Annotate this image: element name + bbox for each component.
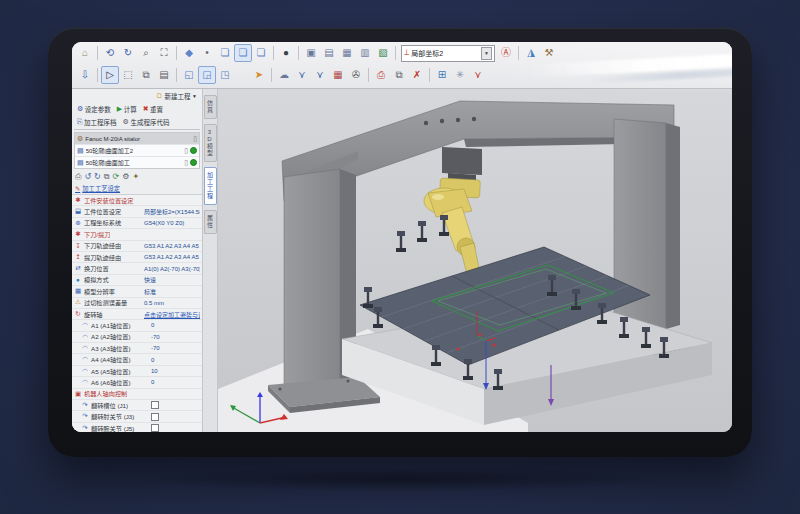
property-value[interactable]: G53 A1 A2 A3 A4 A5 A bbox=[144, 243, 200, 249]
set-params-button[interactable]: ⚙ 设定参数 bbox=[75, 104, 113, 114]
undo-icon[interactable]: ↺ bbox=[84, 172, 91, 181]
property-row-5[interactable]: ↧下刀轨迹经由G53 A1 A2 A3 A4 A5 A bbox=[72, 241, 202, 252]
property-row-12[interactable]: ◠A1 (A1轴位置)0 bbox=[72, 320, 202, 331]
calculate-button[interactable]: ▶ 计算 bbox=[115, 104, 139, 114]
point-icon[interactable]: • bbox=[198, 44, 216, 62]
job-item-1[interactable]: ▤50轮廓|曲面加工2▯ bbox=[75, 144, 199, 156]
property-value[interactable]: 快速 bbox=[144, 275, 200, 284]
help-icon[interactable]: ✦ bbox=[132, 172, 139, 181]
surface-patch-icon[interactable]: ❏ bbox=[216, 44, 234, 62]
property-value[interactable]: 10 bbox=[151, 368, 200, 374]
orbit-view-icon[interactable]: ⟲ bbox=[101, 44, 119, 62]
property-row-6[interactable]: ↥提刀轨迹经由G53 A1 A2 A3 A4 A5 A bbox=[72, 252, 202, 263]
property-value[interactable]: G53 A1 A2 A3 A4 A5 A bbox=[144, 254, 200, 260]
export-copy-icon[interactable]: ⧉ bbox=[390, 66, 408, 84]
property-value[interactable]: 0.5 mm bbox=[144, 300, 200, 306]
red-filter-icon[interactable]: ⋎ bbox=[469, 66, 487, 84]
generate-code-button[interactable]: ⚙ 生成程序代码 bbox=[121, 117, 172, 127]
property-row-10[interactable]: ⚠过切检测误差量0.5 mm bbox=[72, 298, 202, 309]
property-row-19[interactable]: ↷翻转槽位 (J1) bbox=[72, 400, 202, 411]
property-checkbox[interactable] bbox=[151, 413, 159, 421]
export-cancel-icon[interactable]: ✗ bbox=[408, 66, 426, 84]
property-row-20[interactable]: ↷翻转肘关节 (J3) bbox=[72, 411, 202, 422]
property-row-14[interactable]: ◠A3 (A3轴位置)-70 bbox=[72, 343, 202, 354]
surface-patch-active-icon[interactable]: ❏ bbox=[234, 44, 252, 62]
new-project-button[interactable]: 🗋 新建工程 ▼ bbox=[154, 91, 199, 101]
export-report-icon[interactable]: ⎙ bbox=[372, 66, 390, 84]
zoom-icon[interactable]: ⌕ bbox=[137, 44, 155, 62]
fixture-icon[interactable]: ▦ bbox=[338, 44, 356, 62]
table-setup-icon[interactable]: ▤ bbox=[320, 44, 338, 62]
settings-icon[interactable]: ⚙ bbox=[122, 172, 129, 181]
process-doc2-icon[interactable]: ◳ bbox=[216, 66, 234, 84]
property-value[interactable]: 标准 bbox=[144, 287, 200, 296]
copy-icon[interactable]: ⧉ bbox=[137, 66, 155, 84]
report-icon[interactable]: Ⓐ bbox=[497, 44, 515, 62]
copy-op-icon[interactable]: ⧉ bbox=[104, 172, 110, 182]
property-row-2[interactable]: ⬓工件位置设定局部坐标2=(X1544.582 bbox=[72, 206, 202, 217]
nc-file-button[interactable]: ⎘ 加工程序档 bbox=[75, 117, 119, 127]
pick-cursor-icon[interactable]: ➤ bbox=[250, 66, 268, 84]
redo-icon[interactable]: ↻ bbox=[94, 172, 101, 181]
save-icon[interactable]: ⎙ bbox=[75, 172, 81, 182]
filter2-icon[interactable]: ⋎ bbox=[311, 66, 329, 84]
reset-button[interactable]: ✖ 重置 bbox=[141, 104, 165, 114]
property-section-1[interactable]: ✱工件安装位置设定 bbox=[72, 195, 202, 206]
filter-icon[interactable]: ⋎ bbox=[293, 66, 311, 84]
property-value[interactable]: A1(0) A2(-70) A3(-70) bbox=[144, 266, 200, 272]
open-model-icon[interactable]: ⌂ bbox=[76, 44, 94, 62]
panel-tab-4[interactable]: 属性 bbox=[204, 210, 217, 234]
process-settings-link[interactable]: ✎ 加工工艺设定 bbox=[72, 183, 202, 194]
panel-tab-1[interactable]: 仿真 bbox=[204, 95, 217, 119]
machine-row[interactable]: ⚙ Fanuc M-20iA sitalor ▯ bbox=[75, 133, 199, 144]
library-icon[interactable]: ▤ bbox=[155, 66, 173, 84]
viewport-3d[interactable] bbox=[218, 89, 732, 432]
select-cursor-icon[interactable]: ▷ bbox=[101, 66, 119, 84]
panel-tab-3[interactable]: 加工工程 bbox=[204, 167, 217, 205]
property-row-16[interactable]: ◠A5 (A5轴位置)10 bbox=[72, 366, 202, 377]
coordinate-system-combo[interactable]: ⟂局部坐标2▼ bbox=[401, 45, 495, 62]
property-value[interactable]: 0 bbox=[151, 379, 200, 385]
combo-dropdown-arrow[interactable]: ▼ bbox=[481, 47, 492, 60]
property-row-17[interactable]: ◠A6 (A6轴位置)0 bbox=[72, 377, 202, 388]
fit-view-icon[interactable]: ⛶ bbox=[155, 44, 173, 62]
surface-patch2-icon[interactable]: ❏ bbox=[252, 44, 270, 62]
import-icon[interactable]: ⇩ bbox=[76, 66, 94, 84]
property-row-8[interactable]: ●模拟方式快速 bbox=[72, 275, 202, 286]
property-value[interactable]: -70 bbox=[151, 345, 200, 351]
cell-icon[interactable]: ▧ bbox=[374, 44, 392, 62]
property-row-9[interactable]: ▦模型分辨率标准 bbox=[72, 286, 202, 297]
marquee-select-icon[interactable]: ⬚ bbox=[119, 66, 137, 84]
property-row-7[interactable]: ⇄换刀位置A1(0) A2(-70) A3(-70) bbox=[72, 263, 202, 274]
simulate-panel-icon[interactable]: ▦ bbox=[329, 66, 347, 84]
refresh-icon[interactable]: ⟳ bbox=[113, 172, 120, 181]
rotate-view-icon[interactable]: ↻ bbox=[119, 44, 137, 62]
process-doc-active-icon[interactable]: ◲ bbox=[198, 66, 216, 84]
property-row-21[interactable]: ↷翻转腕关节 (J5) bbox=[72, 423, 202, 432]
shaded-sphere-icon[interactable]: ● bbox=[277, 44, 295, 62]
cloud-mesh-icon[interactable]: ☁ bbox=[275, 66, 293, 84]
property-row-3[interactable]: ⊕工程坐标系统G54(X0 Y0 Z0) bbox=[72, 218, 202, 229]
property-value[interactable]: 0 bbox=[151, 322, 200, 328]
display-mode-icon[interactable]: ⊞ bbox=[433, 66, 451, 84]
property-value[interactable]: -70 bbox=[151, 334, 200, 340]
property-value[interactable]: 0 bbox=[151, 357, 200, 363]
process-doc-icon[interactable]: ◱ bbox=[180, 66, 198, 84]
property-row-15[interactable]: ◠A4 (A4轴位置)0 bbox=[72, 354, 202, 365]
property-row-13[interactable]: ◠A2 (A2轴位置)-70 bbox=[72, 332, 202, 343]
property-link[interactable]: 点击设定加工姿势与调整 bbox=[144, 310, 200, 319]
property-checkbox[interactable] bbox=[151, 424, 159, 432]
analysis-icon[interactable]: ◮ bbox=[522, 44, 540, 62]
property-checkbox[interactable] bbox=[151, 401, 159, 409]
property-section-18[interactable]: ▣机器人轴向控制 bbox=[72, 389, 202, 400]
property-row-11[interactable]: ↻旋转轴点击设定加工姿势与调整 bbox=[72, 309, 202, 320]
property-section-4[interactable]: ✱下刀/提刀 bbox=[72, 229, 202, 240]
machine-icon[interactable]: ▥ bbox=[356, 44, 374, 62]
gem-icon[interactable]: ◆ bbox=[180, 44, 198, 62]
spark-icon[interactable]: ✳ bbox=[451, 66, 469, 84]
toolpath-icon[interactable]: ⚒ bbox=[540, 44, 558, 62]
property-value[interactable]: 局部坐标2=(X1544.582 bbox=[144, 207, 200, 216]
property-value[interactable]: G54(X0 Y0 Z0) bbox=[144, 220, 200, 226]
panel-tab-2[interactable]: 3D模型 bbox=[204, 124, 217, 162]
grab-tool-icon[interactable]: ✇ bbox=[347, 66, 365, 84]
